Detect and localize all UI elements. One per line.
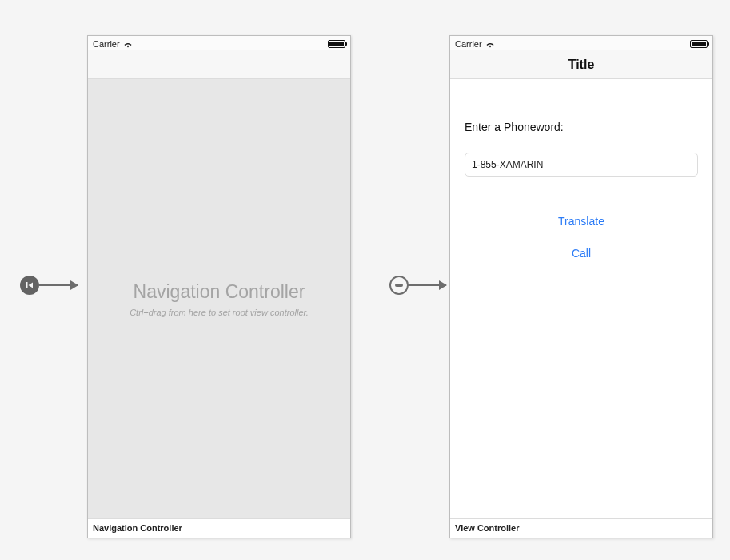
battery-icon — [328, 40, 345, 48]
wifi-icon — [485, 40, 495, 48]
svg-rect-0 — [395, 284, 403, 287]
view-content: Enter a Phoneword: Translate Call — [450, 79, 712, 518]
storyboard-entry-point-icon[interactable] — [20, 276, 39, 295]
status-bar: Carrier — [88, 36, 350, 50]
navcontroller-canvas[interactable]: Navigation Controller Ctrl+drag from her… — [88, 79, 350, 518]
translate-button[interactable]: Translate — [558, 215, 604, 228]
navigation-bar-placeholder — [88, 50, 350, 79]
carrier-label: Carrier — [93, 39, 120, 49]
scene-footer-label: View Controller — [450, 518, 712, 538]
battery-icon — [690, 40, 708, 48]
status-bar: Carrier — [450, 36, 712, 50]
call-button[interactable]: Call — [572, 247, 591, 260]
wifi-icon — [123, 40, 133, 48]
navigation-bar: Title — [450, 50, 712, 79]
arrow-navcontroller-to-viewcontroller — [408, 284, 446, 286]
arrow-entry-to-navcontroller — [39, 284, 78, 286]
scene-navigation-controller[interactable]: Carrier Navigation Controller Ctrl+drag … — [87, 35, 351, 538]
phoneword-input[interactable] — [465, 153, 698, 177]
navcontroller-placeholder-hint: Ctrl+drag from here to set root view con… — [130, 308, 309, 317]
scene-footer-label: Navigation Controller — [88, 518, 350, 538]
scene-view-controller[interactable]: Carrier Title Enter a Phoneword: Transla… — [449, 35, 713, 538]
prompt-label: Enter a Phoneword: — [465, 121, 698, 133]
carrier-label: Carrier — [455, 39, 482, 49]
navcontroller-placeholder-title: Navigation Controller — [134, 281, 305, 303]
root-segue-icon[interactable] — [389, 276, 409, 295]
navbar-title: Title — [568, 58, 595, 72]
